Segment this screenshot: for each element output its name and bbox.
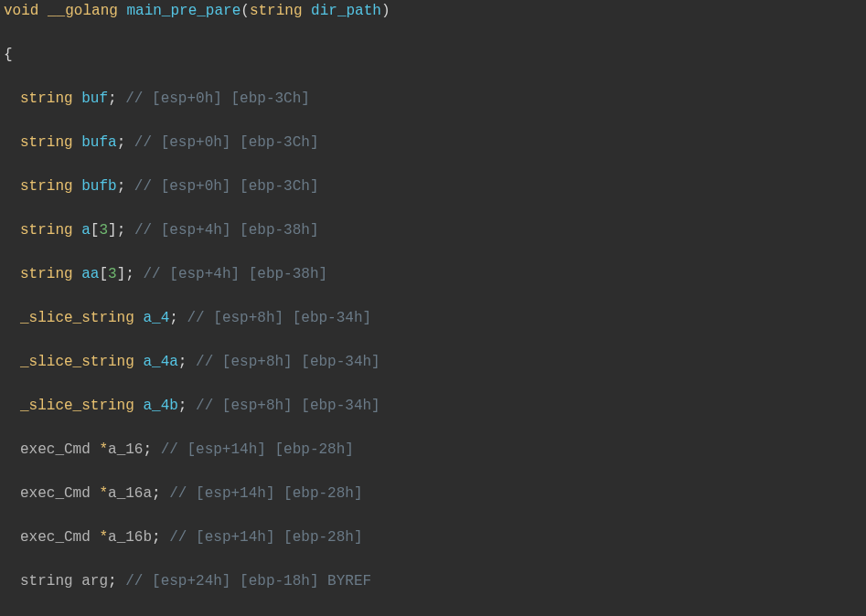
comment: // [esp+14h] [ebp-28h] xyxy=(169,485,362,502)
var: bufb xyxy=(81,178,116,195)
semicolon: ; xyxy=(117,178,126,195)
code-line: string aa[3]; // [esp+4h] [ebp-38h] xyxy=(0,263,866,285)
bracket: [ xyxy=(91,222,100,239)
comment: // [esp+8h] [ebp-34h] xyxy=(196,354,380,370)
star: * xyxy=(99,485,108,502)
comment: // [esp+14h] [ebp-28h] xyxy=(169,529,362,546)
number: 3 xyxy=(99,222,108,239)
type: string xyxy=(20,178,73,195)
code-line: void __golang main_pre_pare(string dir_p… xyxy=(0,0,866,22)
paren: ) xyxy=(381,3,390,19)
var: a_4a xyxy=(143,354,177,370)
comment: // [esp+0h] [ebp-3Ch] xyxy=(125,90,310,107)
semicolon: ; xyxy=(152,529,161,546)
code-line: string buf; // [esp+0h] [ebp-3Ch] xyxy=(0,88,866,110)
var: a_4 xyxy=(143,310,169,326)
type: exec_Cmd xyxy=(20,441,91,458)
var: a xyxy=(81,222,91,239)
code-line: exec_Cmd *a_16; // [esp+14h] [ebp-28h] xyxy=(0,439,866,461)
bracket: [ xyxy=(99,266,108,282)
code-line: _slice_string a_4a; // [esp+8h] [ebp-34h… xyxy=(0,351,866,373)
var: bufa xyxy=(81,134,116,151)
semicolon: ; xyxy=(108,90,117,107)
star: * xyxy=(99,529,108,546)
var: a_16 xyxy=(108,441,143,458)
var: arg xyxy=(81,573,108,589)
keyword-convention: __golang xyxy=(48,3,118,19)
brace-open: { xyxy=(4,47,13,63)
comment: // [esp+4h] [ebp-38h] xyxy=(134,222,319,239)
comment: // [esp+8h] [ebp-34h] xyxy=(187,310,371,326)
param: dir_path xyxy=(311,3,381,19)
type: exec_Cmd xyxy=(20,485,91,502)
type: string xyxy=(20,90,73,107)
semicolon: ; xyxy=(117,222,126,239)
code-block: void __golang main_pre_pare(string dir_p… xyxy=(0,0,866,616)
type: string xyxy=(250,3,303,19)
code-line: { xyxy=(0,44,866,66)
semicolon: ; xyxy=(178,354,187,370)
type: string xyxy=(20,222,73,239)
semicolon: ; xyxy=(178,398,187,414)
paren: ( xyxy=(241,3,250,19)
code-line: string bufa; // [esp+0h] [ebp-3Ch] xyxy=(0,132,866,154)
var: a_16b xyxy=(108,529,152,546)
type: _slice_string xyxy=(20,398,134,414)
keyword-void: void xyxy=(4,3,38,19)
comment: // [esp+14h] [ebp-28h] xyxy=(161,441,354,458)
bracket: ] xyxy=(117,266,126,282)
function-name: main_pre_pare xyxy=(126,3,241,19)
semicolon: ; xyxy=(143,441,152,458)
bracket: ] xyxy=(108,222,117,239)
type: string xyxy=(20,134,73,151)
semicolon: ; xyxy=(125,266,134,282)
type: exec_Cmd xyxy=(20,529,91,546)
semicolon: ; xyxy=(169,310,178,326)
var: a_4b xyxy=(143,398,177,414)
code-line: string bufb; // [esp+0h] [ebp-3Ch] xyxy=(0,175,866,197)
comment: // [esp+24h] [ebp-18h] BYREF xyxy=(125,573,371,589)
comment: // [esp+0h] [ebp-3Ch] xyxy=(134,134,319,151)
comment: // [esp+4h] [ebp-38h] xyxy=(143,266,327,282)
type: string xyxy=(20,266,73,282)
semicolon: ; xyxy=(108,573,117,589)
code-line: string arg; // [esp+24h] [ebp-18h] BYREF xyxy=(0,570,866,592)
var: aa xyxy=(81,266,99,282)
comment: // [esp+0h] [ebp-3Ch] xyxy=(134,178,319,195)
number: 3 xyxy=(108,266,117,282)
type: _slice_string xyxy=(20,354,134,370)
code-line: _slice_string a_4b; // [esp+8h] [ebp-34h… xyxy=(0,395,866,417)
code-line: exec_Cmd *a_16b; // [esp+14h] [ebp-28h] xyxy=(0,526,866,548)
semicolon: ; xyxy=(152,485,161,502)
comment: // [esp+8h] [ebp-34h] xyxy=(196,398,380,414)
var: a_16a xyxy=(108,485,152,502)
code-line: exec_Cmd *a_16a; // [esp+14h] [ebp-28h] xyxy=(0,483,866,504)
semicolon: ; xyxy=(117,134,126,151)
type: string xyxy=(20,573,73,589)
type: _slice_string xyxy=(20,310,134,326)
star: * xyxy=(99,441,108,458)
var: buf xyxy=(81,90,108,107)
code-line: string a[3]; // [esp+4h] [ebp-38h] xyxy=(0,219,866,241)
code-line: _slice_string a_4; // [esp+8h] [ebp-34h] xyxy=(0,307,866,329)
